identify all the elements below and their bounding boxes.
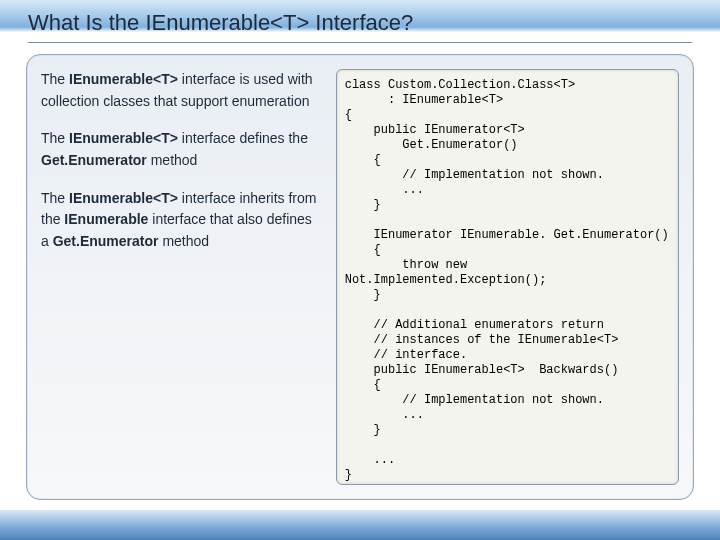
slide: What Is the IEnumerable<T> Interface? Th… <box>0 0 720 540</box>
bold-term: IEnumerable<T> <box>69 130 178 146</box>
bold-term: Get.Enumerator <box>53 233 159 249</box>
text: method <box>147 152 198 168</box>
page-title: What Is the IEnumerable<T> Interface? <box>28 10 692 43</box>
text: interface defines the <box>178 130 308 146</box>
text: The <box>41 130 69 146</box>
text: method <box>159 233 210 249</box>
text: The <box>41 190 69 206</box>
bold-term: IEnumerable<T> <box>69 71 178 87</box>
paragraph-3: The IEnumerable<T> interface inherits fr… <box>41 188 322 253</box>
footer-band <box>0 510 720 540</box>
text: The <box>41 71 69 87</box>
bold-term: IEnumerable<T> <box>69 190 178 206</box>
bold-term: Get.Enumerator <box>41 152 147 168</box>
code-block: class Custom.Collection.Class<T> : IEnum… <box>336 69 679 485</box>
description-column: The IEnumerable<T> interface is used wit… <box>41 69 322 485</box>
paragraph-2: The IEnumerable<T> interface defines the… <box>41 128 322 171</box>
content-panel: The IEnumerable<T> interface is used wit… <box>26 54 694 500</box>
paragraph-1: The IEnumerable<T> interface is used wit… <box>41 69 322 112</box>
bold-term: IEnumerable <box>64 211 148 227</box>
